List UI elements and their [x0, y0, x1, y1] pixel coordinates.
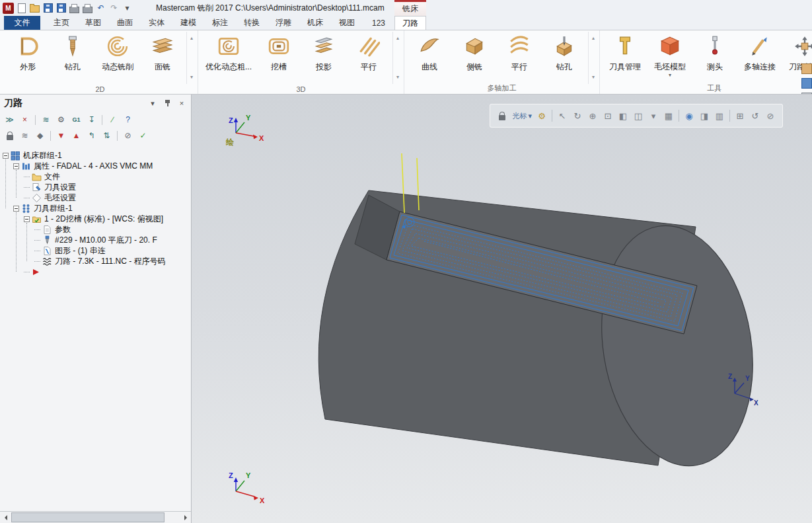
panel-horizontal-scrollbar[interactable] [0, 511, 191, 523]
scrollbar-track[interactable] [11, 512, 180, 522]
refresh-button[interactable]: ↺ [748, 108, 762, 124]
select-pointer-button[interactable]: ↖ [555, 108, 570, 124]
tree-expander-icon[interactable] [13, 206, 19, 212]
clipped-button-icon[interactable] [801, 63, 812, 74]
gallery-down-icon[interactable]: ▾ [396, 75, 399, 80]
cursor-mode-button[interactable]: 光标▾ [510, 111, 534, 121]
lock-view-button[interactable] [495, 108, 509, 124]
scroll-right-arrow[interactable] [180, 512, 191, 523]
tab-file[interactable]: 文件 [4, 16, 40, 30]
drill-button[interactable]: 钻孔 [50, 32, 95, 73]
print-preview-button[interactable] [82, 2, 93, 14]
view-front-button[interactable]: ◧ [616, 108, 630, 124]
panel-pin-icon[interactable] [162, 98, 172, 108]
undo-button[interactable]: ↶ [95, 2, 106, 14]
shading-button[interactable]: ◉ [682, 108, 696, 124]
viewsheet-button[interactable]: ⊞ [733, 108, 747, 124]
graphics-viewport[interactable]: Z Y X 绘 Z Y X Z Y X 光标▾⚙↖↻⊕⊡◧◫▾▦◉◨ [192, 95, 812, 523]
contour-button[interactable]: 外形 [5, 32, 50, 73]
grid-button[interactable]: ▦ [661, 108, 676, 124]
regenerate-selected-button[interactable]: ≋ [39, 113, 53, 127]
tree-item-geometry[interactable]: 图形 - (1) 串连 [0, 245, 191, 256]
multiaxis-parallel-button[interactable]: 平行 [497, 32, 542, 73]
new-file-button[interactable] [16, 2, 27, 14]
pocket-button[interactable]: 挖槽 [256, 32, 301, 73]
views-dropdown-button[interactable]: ▾ [646, 108, 661, 124]
clipped-button-icon[interactable] [801, 78, 812, 89]
scrollbar-thumb[interactable] [11, 512, 165, 522]
section-view-button[interactable]: ◨ [697, 108, 712, 124]
help-button[interactable]: ? [121, 113, 135, 127]
tree-item-insert-position[interactable] [0, 266, 191, 277]
tree-item-operation-1[interactable]: 1 - 2D挖槽 (标准) - [WCS: 俯视图] [0, 214, 191, 224]
dynamic-mill-button[interactable]: 动态铣削 [95, 32, 140, 73]
tree-item-machine-group[interactable]: 机床群组-1 [0, 150, 191, 161]
move-insert-down-button[interactable]: ▼ [54, 129, 68, 143]
gnomon-settings-button[interactable]: ⚙ [535, 108, 549, 124]
lock-operations-button[interactable] [3, 129, 17, 143]
project-button[interactable]: 投影 [301, 32, 346, 73]
dynamic-rotate-button[interactable]: ↻ [570, 108, 585, 124]
scroll-left-arrow[interactable] [0, 512, 11, 523]
tab-6[interactable]: 转换 [236, 16, 268, 30]
redo-button[interactable]: ↷ [108, 2, 120, 14]
translucency-button[interactable]: ▥ [712, 108, 727, 124]
toggle-post-button[interactable]: ◆ [33, 129, 47, 143]
stock-model-button[interactable]: 毛坯模型▾ [647, 32, 692, 78]
zoom-window-button[interactable]: ⊡ [601, 108, 615, 124]
tab-7[interactable]: 浮雕 [268, 16, 299, 30]
tab-5[interactable]: 标注 [204, 16, 236, 30]
tree-item-properties[interactable]: 属性 - FADAL - 4 - AXIS VMC MM [0, 161, 191, 171]
pan-button[interactable]: ⊕ [585, 108, 600, 124]
select-all-operations-button[interactable]: ≫ [3, 113, 17, 127]
tool-manager-button[interactable]: 刀具管理 [603, 32, 647, 73]
gallery-up-icon[interactable]: ▴ [396, 36, 399, 41]
scroll-insert-button[interactable]: ⇅ [100, 129, 114, 143]
customize-quick-access-button[interactable]: ▾ [122, 2, 133, 14]
app-logo-icon[interactable]: M [3, 3, 14, 14]
parallel-button[interactable]: 平行 [346, 32, 391, 73]
toggle-toolpath-display-button[interactable]: ≋ [18, 129, 32, 143]
insert-arrow-up-button[interactable]: ↰ [85, 129, 98, 143]
tab-0[interactable]: 主页 [46, 16, 77, 30]
tab-4[interactable]: 建模 [172, 16, 204, 30]
view-isometric-button[interactable]: ◫ [631, 108, 646, 124]
open-file-button[interactable] [29, 2, 40, 14]
verify-button[interactable]: ↧ [85, 113, 98, 127]
panel-menu-icon[interactable]: ▾ [147, 98, 158, 108]
tree-item-tool-definition[interactable]: #229 - M10.00 平底刀 - 20. F [0, 235, 191, 245]
print-button[interactable] [69, 2, 80, 14]
tree-item-toolpath-group[interactable]: 刀具群组-1 [0, 203, 191, 214]
probe-button[interactable]: 测头 [692, 32, 737, 73]
gallery-up-icon[interactable]: ▴ [190, 36, 193, 41]
opti-rough-button[interactable]: 优化动态粗... [201, 32, 256, 73]
swarf-mill-button[interactable]: 侧铣 [452, 32, 497, 73]
gallery-down-icon[interactable]: ▾ [190, 75, 193, 80]
tree-expander-icon[interactable] [24, 216, 30, 222]
advanced-display-button[interactable]: ✓ [136, 129, 150, 143]
tab-11[interactable]: 刀路 [394, 16, 426, 30]
tree-expander-icon[interactable] [13, 163, 19, 169]
face-mill-button[interactable]: 面铣 [140, 32, 185, 73]
select-none-button[interactable]: × [18, 113, 32, 127]
tab-1[interactable]: 草图 [77, 16, 109, 30]
tree-item-stock-setup[interactable]: 毛坯设置 [0, 192, 191, 203]
gallery-down-icon[interactable]: ▾ [592, 75, 595, 80]
backplot-g1-button[interactable]: G1 [69, 113, 83, 127]
move-insert-up-button[interactable]: ▲ [69, 129, 83, 143]
multiaxis-link-button[interactable]: 多轴连接 [737, 32, 782, 73]
context-tab-mill[interactable]: 铣床 [394, 0, 426, 16]
tab-8[interactable]: 机床 [299, 16, 331, 30]
save-button[interactable] [42, 2, 54, 14]
only-display-selected-button[interactable]: ⊘ [121, 129, 135, 143]
gallery-up-icon[interactable]: ▴ [592, 36, 595, 41]
panel-close-icon[interactable]: × [176, 98, 187, 108]
edit-operation-button[interactable]: ∕ [106, 113, 120, 127]
save-as-button[interactable] [55, 2, 67, 14]
tree-item-tool-settings[interactable]: 刀具设置 [0, 182, 191, 192]
tab-3[interactable]: 实体 [141, 16, 172, 30]
regenerate-all-button[interactable]: ⚙ [54, 113, 68, 127]
tab-9[interactable]: 视图 [331, 16, 363, 30]
tree-item-parameters[interactable]: 参数 [0, 224, 191, 235]
tab-2[interactable]: 曲面 [109, 16, 141, 30]
